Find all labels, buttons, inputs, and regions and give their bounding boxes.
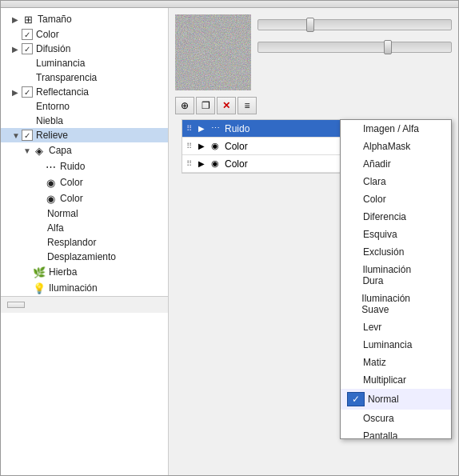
dropdown-item-oscura[interactable]: Oscura [341, 410, 451, 427]
dropdown-item-diferencia[interactable]: Diferencia [341, 208, 451, 226]
dropdown-item-luminancia-dd[interactable]: Luminancia [341, 336, 451, 354]
dropdown-item-imagen-alfa[interactable]: Imagen / Alfa [341, 120, 451, 138]
tree-item-desplazamiento[interactable]: Desplazamiento [1, 250, 168, 264]
dropdown-item-alphamask[interactable]: AlphaMask [341, 138, 451, 155]
dropdown-item-color-dd[interactable]: Color [341, 190, 451, 208]
layer-arrow-0: ▶ [195, 124, 208, 133]
tree-arrow-reflectancia: ▶ [12, 88, 22, 97]
noise-icon: ⋯ [44, 160, 57, 173]
dropdown-item-esquiva[interactable]: Esquiva [341, 226, 451, 243]
layer-name-1: Color [222, 141, 357, 152]
label-tamano: Tamaño [38, 14, 72, 25]
label-color3: Color [60, 193, 83, 204]
tree-item-hierba[interactable]: 🌿Hierba [1, 264, 168, 280]
tree-item-iluminacion[interactable]: 💡Iluminación [1, 280, 168, 296]
tree-item-alfa[interactable]: Alfa [1, 221, 168, 235]
dropdown-label-diferencia: Diferencia [363, 211, 406, 222]
label-capa: Capa [49, 145, 72, 156]
toolbar-row: ⊕ ❐ ✕ ≡ [169, 97, 458, 119]
tree-item-entorno[interactable]: Entorno [1, 99, 168, 114]
dropdown-label-matiz: Matiz [363, 357, 386, 368]
blend-dropdown[interactable]: Imagen / AlfaAlphaMaskAñadirClaraColorDi… [340, 119, 452, 439]
dropdown-item-matiz[interactable]: Matiz [341, 354, 451, 371]
label-alfa: Alfa [47, 222, 64, 234]
dropdown-label-color-dd: Color [363, 194, 386, 205]
layer-icon: ◈ [33, 144, 46, 157]
tree-item-color3[interactable]: ◉Color [1, 190, 168, 206]
label-resplandor: Resplandor [47, 237, 96, 248]
label-reflectancia: Reflectancia [36, 86, 89, 98]
label-iluminacion: Iluminación [49, 282, 98, 294]
content-area: ▶⊞TamañoColor▶DifusiónLuminanciaTranspar… [1, 8, 458, 475]
tree-item-resplandor[interactable]: Resplandor [1, 235, 168, 250]
label-relieve: Relieve [36, 130, 68, 141]
coincidir-button[interactable] [7, 302, 25, 308]
dropdown-label-imagen-alfa: Imagen / Alfa [363, 123, 419, 134]
dropdown-label-ilum-dura: Iluminación Dura [362, 264, 432, 286]
tree-item-difusion[interactable]: ▶Difusión [1, 42, 168, 56]
label-color: Color [36, 29, 59, 40]
right-panel: ⊕ ❐ ✕ ≡ ⠿▶⋯RuidoNormal🔒⠿▶◉ColorNormal⠿▶◉… [169, 8, 458, 475]
displacement-slider[interactable] [257, 19, 452, 30]
checkbox-relieve[interactable] [22, 130, 33, 141]
checkbox-difusion[interactable] [22, 43, 33, 54]
scale-thumb[interactable] [384, 40, 392, 54]
tree-item-capa[interactable]: ▼◈Capa [1, 142, 168, 158]
tree-item-luminancia[interactable]: Luminancia [1, 56, 168, 70]
checkbox-color[interactable] [22, 29, 33, 40]
tree-item-reflectancia[interactable]: ▶Reflectancia [1, 85, 168, 99]
label-luminancia: Luminancia [36, 58, 85, 69]
label-desplazamiento: Desplazamiento [47, 251, 116, 262]
delete-button[interactable]: ✕ [217, 97, 236, 114]
scale-section [257, 40, 452, 53]
displacement-thumb[interactable] [306, 18, 314, 32]
tree-item-niebla[interactable]: Niebla [1, 114, 168, 128]
dropdown-item-levr[interactable]: Levr [341, 318, 451, 336]
dropdown-item-clara[interactable]: Clara [341, 173, 451, 190]
tree-item-color[interactable]: Color [1, 27, 168, 42]
bottom-bar [1, 296, 168, 313]
dropdown-label-multiplicar: Multiplicar [363, 374, 406, 386]
layer-name-0: Ruido [222, 123, 357, 134]
dropdown-label-pantalla: Pantalla [363, 430, 397, 439]
dropdown-label-clara: Clara [363, 176, 386, 187]
tree-item-transparencia[interactable]: Transparencia [1, 70, 168, 85]
dropdown-item-multiplicar[interactable]: Multiplicar [341, 371, 451, 389]
layers-section: ⠿▶⋯RuidoNormal🔒⠿▶◉ColorNormal⠿▶◉ColorNor… [175, 119, 452, 174]
dropdown-item-ilum-suave[interactable]: Iluminación Suave [341, 290, 451, 318]
label-entorno: Entorno [36, 101, 70, 112]
preview-area [169, 8, 458, 97]
checkbox-reflectancia[interactable] [22, 86, 33, 98]
tree-item-tamano[interactable]: ▶⊞Tamaño [1, 11, 168, 27]
displacement-section [257, 18, 452, 30]
tree-item-relieve[interactable]: ▼Relieve [1, 128, 168, 142]
dropdown-item-ilum-dura[interactable]: Iluminación Dura [341, 261, 451, 290]
label-niebla: Niebla [36, 115, 63, 126]
dropdown-item-exclusion[interactable]: Exclusión [341, 243, 451, 261]
tree-item-color2[interactable]: ◉Color [1, 174, 168, 190]
settings-button[interactable]: ≡ [237, 97, 257, 114]
drag-handle-1: ⠿ [182, 142, 195, 150]
copy-button[interactable]: ❐ [196, 97, 215, 114]
dropdown-label-oscura: Oscura [363, 413, 394, 424]
layer-arrow-1: ▶ [195, 142, 208, 150]
layer-arrow-2: ▶ [195, 159, 208, 168]
label-hierba: Hierba [49, 266, 77, 278]
dropdown-item-pantalla[interactable]: Pantalla [341, 427, 451, 439]
drag-handle-0: ⠿ [182, 124, 195, 133]
color3-icon: ◉ [44, 192, 57, 205]
tree-arrow-capa: ▼ [23, 146, 33, 155]
label-ruido: Ruido [60, 161, 85, 172]
drag-handle-2: ⠿ [182, 159, 195, 168]
dropdown-item-anadir[interactable]: Añadir [341, 155, 451, 173]
left-panel: ▶⊞TamañoColor▶DifusiónLuminanciaTranspar… [1, 8, 169, 475]
ilum-icon: 💡 [33, 282, 46, 294]
label-transparencia: Transparencia [36, 72, 97, 83]
tree-item-ruido[interactable]: ⋯Ruido [1, 158, 168, 174]
layer-icon-1: ◉ [208, 139, 222, 154]
add-button[interactable]: ⊕ [175, 97, 194, 114]
dropdown-item-normal-dd[interactable]: ✓Normal [341, 389, 451, 410]
tree-item-normal[interactable]: Normal [1, 206, 168, 221]
layer-icon-2: ◉ [208, 157, 222, 171]
scale-slider[interactable] [257, 42, 452, 53]
